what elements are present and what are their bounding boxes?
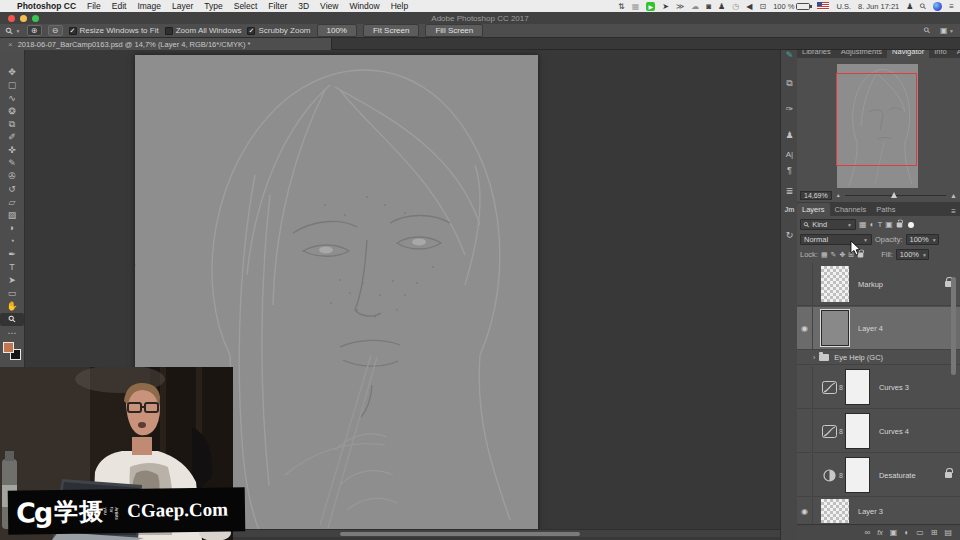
brush-settings-panel-icon[interactable]: ✑ — [781, 104, 798, 114]
custom-panel-icon[interactable]: Jm — [781, 206, 798, 213]
menu-item-edit[interactable]: Edit — [112, 1, 127, 11]
menu-item-window[interactable]: Window — [349, 1, 379, 11]
layer-mask-thumbnail[interactable] — [845, 369, 870, 405]
spotlight-icon[interactable]: ⚲ — [918, 1, 929, 12]
healing-brush-tool[interactable]: ✜ — [0, 144, 24, 157]
fast-user-switch-icon[interactable]: ♟ — [906, 2, 913, 11]
layer-mask-thumbnail[interactable] — [845, 413, 870, 449]
zoom-in-button[interactable]: ⊕ — [27, 25, 42, 36]
navigator-zoom-slider[interactable] — [845, 195, 946, 196]
zoom-out-mountain-icon[interactable]: ▲ — [836, 192, 841, 198]
zoom-slider-thumb[interactable] — [891, 192, 897, 198]
menu-item-view[interactable]: View — [320, 1, 338, 11]
resize-windows-checkbox[interactable]: ✓ Resize Windows to Fit — [69, 26, 159, 35]
layer-name[interactable]: Layer 3 — [858, 507, 883, 516]
green-app-icon[interactable]: ▶ — [646, 2, 655, 11]
navigator-thumbnail[interactable] — [837, 64, 918, 188]
move-tool[interactable]: ✥ — [0, 66, 24, 79]
character-styles-panel-icon[interactable]: ♟ — [781, 130, 798, 140]
filter-lock-icon[interactable] — [897, 222, 903, 227]
menu-item-help[interactable]: Help — [391, 1, 408, 11]
layer-thumbnail[interactable] — [821, 310, 849, 346]
foreground-color-swatch[interactable] — [3, 342, 14, 353]
fill-screen-button[interactable]: Fill Screen — [425, 24, 483, 37]
menu-item-photoshop[interactable]: Photoshop CC — [17, 1, 76, 11]
mask-link-icon[interactable]: 8 — [839, 472, 843, 479]
panel-menu-icon[interactable]: ≡ — [951, 207, 956, 216]
menu-item-layer[interactable]: Layer — [172, 1, 193, 11]
search-icon[interactable]: ⚲ — [922, 25, 933, 36]
visibility-toggle[interactable] — [797, 410, 813, 452]
document-tab[interactable]: × 2018-06-07_BarCamp0163.psd @ 14,7% (La… — [0, 38, 332, 50]
cloud-icon[interactable]: ☁ — [691, 2, 699, 11]
tab-channels[interactable]: Channels — [830, 203, 872, 216]
input-source-label[interactable]: U.S. — [836, 2, 851, 11]
opacity-select[interactable]: 100%▼ — [906, 234, 939, 245]
dim-app-icon[interactable]: ▦ — [632, 2, 640, 11]
layer-row-markup[interactable]: Markup — [797, 263, 960, 306]
layer-row-curves-4[interactable]: 8 Curves 4 — [797, 410, 960, 453]
visibility-toggle[interactable] — [797, 351, 813, 364]
visibility-toggle[interactable] — [797, 366, 813, 408]
paragraph-panel-icon[interactable]: ¶ — [781, 165, 798, 175]
gradient-tool[interactable]: ▨ — [0, 209, 24, 222]
display-icon[interactable]: ⊡ — [759, 2, 766, 11]
quick-selection-tool[interactable]: ❂ — [0, 105, 24, 118]
link-layers-icon[interactable]: ∞ — [865, 528, 871, 537]
curves-adjustment-icon[interactable] — [822, 425, 837, 438]
visibility-toggle[interactable]: ◉ — [797, 307, 813, 349]
marquee-tool[interactable]: ▢ — [0, 79, 24, 92]
layer-mask-thumbnail[interactable] — [845, 457, 870, 493]
sync-icon[interactable]: ⇅ — [618, 2, 625, 11]
layer-thumbnail[interactable] — [821, 266, 849, 302]
color-swatches[interactable] — [3, 342, 21, 360]
zoom-tool-icon[interactable]: ⚲ — [3, 25, 15, 37]
zoom-tool[interactable]: ⚲ — [0, 313, 24, 326]
mask-link-icon[interactable]: 8 — [839, 428, 843, 435]
mixer-brush-panel-icon[interactable]: ✎ — [781, 50, 798, 60]
layer-row-layer-3[interactable]: ◉ Layer 3 — [797, 498, 960, 524]
delete-layer-icon[interactable]: ▤ — [944, 528, 952, 537]
visibility-toggle[interactable]: ◉ — [797, 498, 813, 524]
layer-thumbnail[interactable] — [821, 499, 849, 523]
zoom-in-mountain-icon[interactable]: ▲ — [950, 192, 957, 199]
hue-saturation-adjustment-icon[interactable] — [822, 469, 837, 482]
layer-name[interactable]: Curves 3 — [879, 383, 909, 392]
edit-toolbar-icon[interactable]: ⋯ — [0, 327, 24, 340]
shape-tool[interactable]: ▭ — [0, 287, 24, 300]
layer-name[interactable]: Eye Help (GC) — [834, 353, 883, 362]
menu-item-type[interactable]: Type — [204, 1, 222, 11]
zoom-out-button[interactable]: ⊖ — [48, 25, 63, 36]
menu-item-filter[interactable]: Filter — [268, 1, 287, 11]
zoom-all-windows-checkbox[interactable]: Zoom All Windows — [165, 26, 242, 35]
layers-scrollbar-thumb[interactable] — [951, 277, 956, 375]
zoom-100-button[interactable]: 100% — [317, 24, 357, 37]
new-group-icon[interactable]: ▭ — [916, 528, 924, 537]
input-source-flag-icon[interactable] — [817, 2, 829, 10]
layer-style-icon[interactable]: fx — [877, 529, 882, 536]
layer-filter-select[interactable]: ⚲ Kind▼ — [800, 219, 856, 230]
navigator-view-box[interactable] — [836, 73, 917, 166]
clone-source-panel-icon[interactable]: ⧉ — [781, 78, 798, 89]
type-tool[interactable]: T — [0, 261, 24, 274]
character-panel-icon[interactable]: A| — [781, 150, 798, 159]
clock-icon[interactable]: ◷ — [732, 2, 739, 11]
scrubby-zoom-checkbox[interactable]: ✓ Scrubby Zoom — [247, 26, 310, 35]
crop-tool[interactable]: ⧉ — [0, 118, 24, 131]
filter-toggle-icon[interactable] — [908, 222, 914, 228]
fill-select[interactable]: 100%▼ — [896, 249, 929, 260]
lock-position-icon[interactable]: ✥ — [839, 251, 845, 259]
layer-row-curves-3[interactable]: 8 Curves 3 — [797, 366, 960, 409]
arrow-app-icon[interactable]: ➤ — [662, 2, 669, 11]
menu-item-select[interactable]: Select — [234, 1, 258, 11]
visibility-toggle[interactable] — [797, 454, 813, 496]
new-layer-icon[interactable]: ⊞ — [931, 528, 938, 537]
path-selection-tool[interactable]: ➤ — [0, 274, 24, 287]
horizontal-scrollbar-thumb[interactable] — [340, 532, 580, 536]
layer-name[interactable]: Curves 4 — [879, 427, 909, 436]
fit-screen-button[interactable]: Fit Screen — [363, 24, 419, 37]
battery-indicator[interactable]: 100 % — [773, 2, 810, 11]
filter-image-icon[interactable]: ▦ — [859, 220, 867, 229]
chevrons-icon[interactable]: ≫ — [676, 2, 684, 11]
layer-mask-icon[interactable]: ▣ — [890, 528, 898, 537]
